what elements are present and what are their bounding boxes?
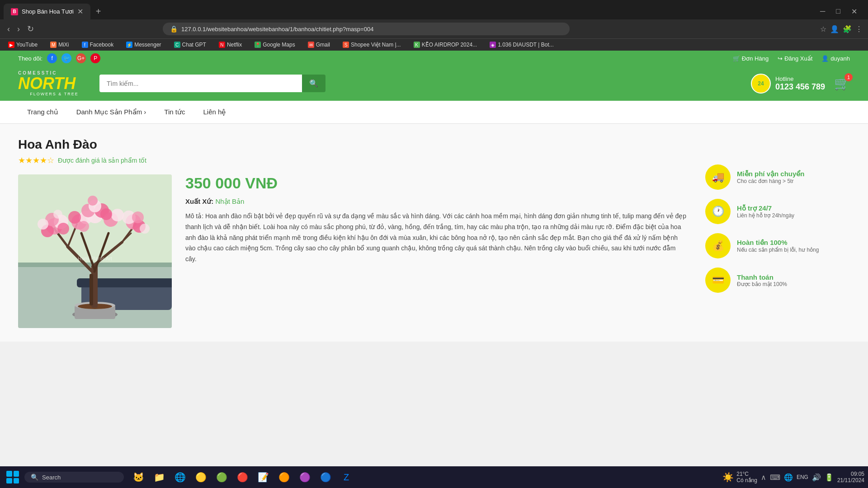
messenger-favicon: ⚡ bbox=[126, 42, 132, 48]
nav-trang-chu[interactable]: Trang chủ bbox=[18, 101, 67, 123]
svg-point-28 bbox=[78, 221, 89, 232]
time-display[interactable]: 09:05 21/11/2024 bbox=[837, 471, 864, 483]
twitter-social-icon[interactable]: 🐦 bbox=[61, 53, 71, 63]
dang-xuat-button[interactable]: ↪ Đăng Xuất bbox=[778, 55, 812, 62]
product-description: Mô tả: Hoa anh đào nổi bật bởi vẻ đẹp qu… bbox=[185, 211, 687, 265]
taskbar-app-blue[interactable]: 🔵 bbox=[316, 467, 335, 487]
lang-indicator[interactable]: ENG bbox=[797, 474, 808, 480]
new-tab-button[interactable]: + bbox=[92, 6, 105, 17]
taskbar-search-icon: 🔍 bbox=[31, 474, 38, 481]
volume-icon[interactable]: 🔊 bbox=[812, 473, 821, 482]
search-input[interactable] bbox=[99, 75, 302, 92]
bookmark-gmaps[interactable]: 📍 Google Maps bbox=[252, 41, 297, 49]
taskbar-app-code[interactable]: 📝 bbox=[253, 467, 273, 487]
taskbar-file-explorer[interactable]: 📁 bbox=[149, 467, 169, 487]
taskbar-app-chrome[interactable]: 🟡 bbox=[191, 467, 211, 487]
payment-icon: 💳 bbox=[705, 267, 731, 293]
bookmark-chatgpt[interactable]: C Chat GPT bbox=[171, 41, 209, 49]
nav-tin-tuc[interactable]: Tin tức bbox=[155, 101, 194, 123]
bookmark-facebook[interactable]: f Facebook bbox=[79, 41, 117, 49]
address-bar[interactable]: 🔒 127.0.0.1/websitebanhoa/websitebanhoa/… bbox=[163, 23, 570, 35]
keyboard-icon[interactable]: ⌨ bbox=[770, 473, 780, 482]
svg-point-27 bbox=[68, 211, 81, 224]
bookmark-gmail[interactable]: ✉ Gmail bbox=[305, 41, 333, 49]
mixi-favicon: M bbox=[50, 42, 57, 48]
maximize-button[interactable]: □ bbox=[832, 7, 844, 16]
nav-bar: Trang chủ Danh Mục Sản Phẩm › Tin tức Li… bbox=[0, 101, 868, 124]
weather-widget[interactable]: ☀️ 21°C Có nắng bbox=[722, 471, 757, 483]
logo-main: NORTH bbox=[18, 75, 90, 92]
support-icon: 🕐 bbox=[705, 199, 731, 224]
feature-desc: Cho các đơn hàng > 5tr bbox=[737, 178, 805, 184]
refresh-button[interactable]: ↻ bbox=[25, 22, 36, 36]
taskbar-app-red[interactable]: 🔴 bbox=[232, 467, 252, 487]
current-time: 09:05 bbox=[837, 471, 864, 477]
bookmark-dia[interactable]: ◈ 1.036 DIAUSDT | Bot... bbox=[487, 41, 557, 49]
minimize-button[interactable]: ─ bbox=[816, 7, 829, 16]
taskbar-app-green[interactable]: 🟢 bbox=[212, 467, 231, 487]
don-hang-button[interactable]: 🛒 Đơn Hàng bbox=[733, 55, 769, 62]
start-button[interactable] bbox=[4, 468, 22, 486]
bookmark-star-icon[interactable]: ☆ bbox=[820, 25, 826, 33]
taskbar-app-purple[interactable]: 🟣 bbox=[295, 467, 315, 487]
taskbar-search-text: Search bbox=[42, 474, 61, 481]
bookmark-mixi[interactable]: M MiXi bbox=[47, 41, 71, 49]
svg-text:Hami Plants Art: Hami Plants Art bbox=[78, 256, 112, 261]
facebook-social-icon[interactable]: f bbox=[47, 53, 57, 63]
bookmark-keo[interactable]: K KẼO AIRDROP 2024... bbox=[411, 41, 480, 49]
product-detail-row: Hami Plants Art 350 000 VNĐ Xuất Xứ: Nhậ… bbox=[18, 174, 687, 328]
back-button[interactable]: ‹ bbox=[5, 23, 12, 36]
chevron-up-icon[interactable]: ∧ bbox=[761, 473, 766, 482]
cart-badge: 1 bbox=[844, 73, 853, 81]
social-bar: Theo dõi: f 🐦 G+ P 🛒 Đơn Hàng ↪ Đăng Xuấ… bbox=[0, 51, 868, 66]
feature-support: 🕐 Hỗ trợ 24/7 Liên hệ hỗ trợ 24h/ngày bbox=[705, 199, 850, 224]
user-button[interactable]: 👤 duyanh bbox=[821, 55, 850, 62]
support-text: Hỗ trợ 24/7 Liên hệ hỗ trợ 24h/ngày bbox=[737, 204, 794, 219]
svg-point-40 bbox=[53, 210, 62, 219]
bookmarks-bar: ▶ YouTube M MiXi f Facebook ⚡ Messenger … bbox=[0, 38, 868, 51]
taskbar-app-edge[interactable]: 🌐 bbox=[170, 467, 190, 487]
social-follow: Theo dõi: f 🐦 G+ P bbox=[18, 53, 100, 63]
weather-desc: Có nắng bbox=[736, 477, 757, 483]
battery-icon[interactable]: 🔋 bbox=[825, 473, 834, 482]
bookmark-label: Shopee Việt Nam |... bbox=[351, 42, 401, 48]
logo-area[interactable]: COMESSTIC NORTH FLOWERS & TREE bbox=[18, 70, 90, 96]
bookmark-netflix[interactable]: N Netflix bbox=[216, 41, 245, 49]
svg-point-34 bbox=[111, 209, 124, 221]
more-icon[interactable]: ⋮ bbox=[855, 25, 863, 33]
active-tab[interactable]: B Shop Bán Hoa Tươi ✕ bbox=[4, 4, 90, 19]
feature-refund: 💰 Hoàn tiền 100% Nếu các sản phẩm bị lỗi… bbox=[705, 233, 850, 258]
taskbar-app-1[interactable]: 🐱 bbox=[128, 467, 148, 487]
cart-area[interactable]: 🛒 1 bbox=[834, 76, 850, 91]
hotline-text: Hotline 0123 456 789 bbox=[775, 75, 825, 92]
url-text: 127.0.0.1/websitebanhoa/websitebanhoa/1/… bbox=[181, 26, 373, 33]
googleplus-social-icon[interactable]: G+ bbox=[76, 53, 86, 63]
hotline-area: 24 Hotline 0123 456 789 bbox=[751, 74, 825, 94]
search-button[interactable]: 🔍 bbox=[302, 75, 326, 92]
bookmark-label: MiXi bbox=[58, 42, 69, 48]
profile-icon[interactable]: 👤 bbox=[830, 25, 839, 33]
bookmark-shopee[interactable]: S Shopee Việt Nam |... bbox=[340, 41, 404, 49]
taskbar-search-bar[interactable]: 🔍 Search bbox=[24, 472, 124, 483]
temperature: 21°C bbox=[736, 471, 757, 477]
main-content: Hoa Anh Đào ★★★★☆ Được đánh giá là sản p… bbox=[0, 124, 868, 342]
taskbar-app-zalo[interactable]: Z bbox=[336, 467, 356, 487]
forward-button[interactable]: › bbox=[15, 23, 22, 36]
pinterest-social-icon[interactable]: P bbox=[90, 53, 100, 63]
bookmark-youtube[interactable]: ▶ YouTube bbox=[5, 41, 40, 49]
tab-close-button[interactable]: ✕ bbox=[77, 7, 83, 16]
bookmark-messenger[interactable]: ⚡ Messenger bbox=[123, 41, 164, 49]
feature-title: Hỗ trợ 24/7 bbox=[737, 204, 794, 212]
product-price: 350 000 VNĐ bbox=[185, 174, 687, 192]
taskbar-app-orange[interactable]: 🟠 bbox=[274, 467, 294, 487]
extension-icon[interactable]: 🧩 bbox=[843, 25, 852, 33]
bookmark-label: KẼO AIRDROP 2024... bbox=[422, 42, 477, 48]
network-icon[interactable]: 🌐 bbox=[784, 473, 793, 482]
payment-text: Thanh toán Được bảo mật 100% bbox=[737, 273, 787, 287]
rating-text[interactable]: Được đánh giá là sản phẩm tốt bbox=[58, 157, 146, 164]
hotline-icon: 24 bbox=[751, 74, 771, 94]
close-button[interactable]: ✕ bbox=[848, 7, 861, 16]
youtube-favicon: ▶ bbox=[8, 42, 14, 48]
nav-lien-he[interactable]: Liên hệ bbox=[194, 101, 235, 123]
nav-danh-muc[interactable]: Danh Mục Sản Phẩm › bbox=[67, 101, 156, 123]
